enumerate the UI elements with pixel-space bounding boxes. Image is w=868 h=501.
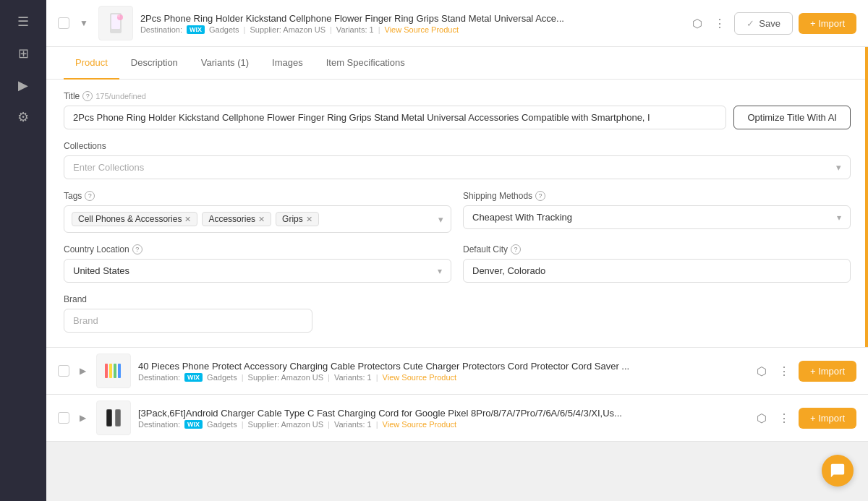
shipping-value: Cheapest With Tracking — [472, 212, 572, 223]
product-3-external-link[interactable]: ⬡ — [754, 408, 770, 428]
tags-info-icon[interactable]: ? — [85, 191, 95, 201]
tag-cell-phones-remove[interactable]: ✕ — [184, 215, 191, 224]
product-1-external-link[interactable]: ⬡ — [689, 14, 705, 33]
product-2-image — [96, 354, 131, 388]
product-1-meta: Destination: WIX Gadgets | Supplier: Ama… — [140, 25, 682, 34]
svg-point-3 — [117, 14, 120, 17]
product-1-variants: Variants: 1 — [336, 25, 374, 34]
product-3-checkbox[interactable] — [58, 412, 69, 424]
product-3-destination: Gadgets — [207, 420, 237, 429]
tab-item-specifications[interactable]: Item Specifications — [315, 47, 417, 80]
country-value: United States — [73, 265, 129, 276]
collections-dropdown[interactable]: Enter Collections ▾ — [64, 155, 851, 179]
sidebar-menu-icon[interactable]: ☰ — [10, 9, 36, 35]
product-2-chevron[interactable]: ▶ — [77, 364, 89, 377]
title-info-icon[interactable]: ? — [82, 91, 93, 101]
product-2-external-link[interactable]: ⬡ — [754, 361, 770, 381]
optimize-title-button[interactable]: Optimize Title With AI — [733, 106, 851, 129]
product-3-wix-badge: WIX — [184, 420, 203, 429]
tag-cell-phones: Cell Phones & Accessories ✕ — [72, 212, 197, 226]
product-row-2: ▶ 40 Pieces Phone Protect Accessory Char… — [46, 348, 868, 395]
country-info-icon[interactable]: ? — [132, 244, 142, 254]
collections-placeholder: Enter Collections — [73, 162, 144, 173]
product-2-actions: ⬡ ⋮ + Import — [754, 361, 856, 382]
product-2-info: 40 Pieces Phone Protect Accessory Chargi… — [138, 361, 746, 382]
city-info-icon[interactable]: ? — [511, 244, 521, 254]
import-label: + Import — [810, 18, 845, 29]
brand-placeholder: Brand — [73, 315, 98, 326]
product-1-title: 2Pcs Phone Ring Holder Kickstand Cellpho… — [140, 13, 632, 24]
product-1-actions: ⬡ ⋮ ✓ Save + Import — [689, 12, 856, 35]
product-1-destination-label: Destination: — [140, 25, 182, 34]
product-1-destination: Gadgets — [209, 25, 239, 34]
product-1-checkbox[interactable] — [58, 17, 69, 29]
product-1-import-button[interactable]: + Import — [799, 13, 856, 34]
product-row-1: ▼ 2Pcs Phone Ring Holder Kickstand Cellp… — [46, 0, 868, 47]
chat-fab[interactable] — [822, 455, 854, 487]
shipping-info-icon[interactable]: ? — [535, 191, 545, 201]
country-city-row: Country Location ? United States ▾ De — [64, 244, 851, 283]
product-1-more-menu[interactable]: ⋮ — [711, 14, 728, 33]
product-3-destination-label: Destination: — [138, 420, 180, 429]
tab-description[interactable]: Description — [119, 47, 190, 80]
product-2-checkbox[interactable] — [58, 365, 69, 377]
product-3-supplier: Supplier: Amazon US — [248, 420, 324, 429]
sidebar-settings-icon[interactable]: ⚙ — [10, 104, 36, 130]
tag-grips-remove[interactable]: ✕ — [306, 215, 312, 224]
brand-input[interactable]: Brand — [64, 309, 312, 333]
title-row: 2Pcs Phone Ring Holder Kickstand Cellpho… — [64, 106, 851, 129]
product-3-import-label: + Import — [810, 413, 845, 424]
tag-accessories: Accessories ✕ — [202, 212, 271, 226]
product-3-variants: Variants: 1 — [334, 420, 372, 429]
city-label: Default City ? — [463, 244, 851, 254]
city-field-group: Default City ? Denver, Colorado — [463, 244, 851, 283]
save-label: Save — [759, 18, 780, 29]
product-2-title: 40 Pieces Phone Protect Accessory Chargi… — [138, 361, 630, 372]
collections-label: Collections — [64, 141, 851, 151]
shipping-dropdown[interactable]: Cheapest With Tracking ▾ — [463, 205, 851, 229]
brand-field-group: Brand Brand — [64, 294, 312, 333]
tag-accessories-remove[interactable]: ✕ — [258, 215, 265, 224]
product-1-image — [98, 6, 133, 40]
country-dropdown[interactable]: United States ▾ — [64, 259, 451, 283]
tag-grips-label: Grips — [282, 214, 303, 224]
country-label: Country Location ? — [64, 244, 451, 254]
svg-rect-6 — [114, 364, 116, 378]
collections-field-group: Collections Enter Collections ▾ — [64, 141, 851, 179]
tag-cell-phones-label: Cell Phones & Accessories — [78, 214, 182, 224]
product-3-chevron[interactable]: ▶ — [77, 411, 89, 424]
product-3-view-source[interactable]: View Source Product — [383, 420, 457, 429]
product-1-view-source[interactable]: View Source Product — [385, 25, 459, 34]
tab-variants[interactable]: Variants (1) — [190, 47, 260, 80]
product-3-title: [3Pack,6Ft]Android Charger Cable Type C … — [138, 408, 630, 419]
product-1-info: 2Pcs Phone Ring Holder Kickstand Cellpho… — [140, 13, 682, 34]
product-3-more-menu[interactable]: ⋮ — [775, 408, 793, 428]
tags-chevron-icon: ▾ — [438, 214, 443, 225]
product-2-import-button[interactable]: + Import — [799, 361, 856, 382]
product-2-supplier: Supplier: Amazon US — [248, 373, 324, 382]
sidebar-play-icon[interactable]: ▶ — [10, 72, 36, 98]
brand-label: Brand — [64, 294, 312, 304]
product-2-view-source[interactable]: View Source Product — [383, 373, 457, 382]
title-field-group: Title ? 175/undefined 2Pcs Phone Ring Ho… — [64, 91, 851, 129]
city-input[interactable]: Denver, Colorado — [463, 259, 851, 283]
product-2-wix-badge: WIX — [184, 373, 203, 382]
svg-rect-10 — [107, 410, 111, 426]
product-1-wix-badge: WIX — [187, 25, 205, 34]
product-2-more-menu[interactable]: ⋮ — [775, 361, 793, 381]
tags-input[interactable]: Cell Phones & Accessories ✕ Accessories … — [64, 205, 451, 233]
product-1-chevron[interactable]: ▼ — [77, 17, 91, 30]
product-3-meta: Destination: WIX Gadgets | Supplier: Ama… — [138, 420, 746, 429]
sidebar-grid-icon[interactable]: ⊞ — [10, 40, 36, 67]
product-2-import-label: + Import — [810, 366, 845, 377]
title-label: Title ? 175/undefined — [64, 91, 851, 101]
svg-rect-5 — [109, 364, 112, 378]
tab-images[interactable]: Images — [260, 47, 315, 80]
product-1-supplier: Supplier: Amazon US — [250, 25, 326, 34]
svg-rect-7 — [118, 364, 121, 378]
product-3-import-button[interactable]: + Import — [799, 408, 856, 429]
product-2-destination-label: Destination: — [138, 373, 180, 382]
product-1-save-button[interactable]: ✓ Save — [734, 12, 793, 35]
tab-product[interactable]: Product — [64, 47, 119, 80]
title-input[interactable]: 2Pcs Phone Ring Holder Kickstand Cellpho… — [64, 106, 726, 129]
